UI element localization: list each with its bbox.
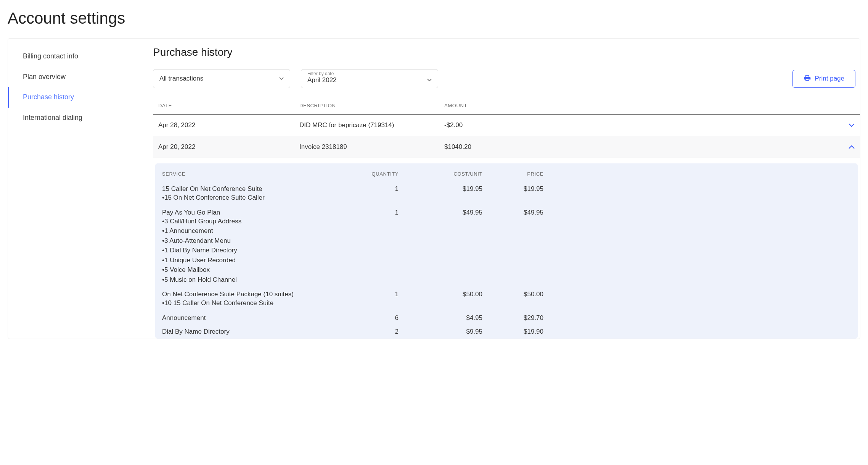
service-sub-list: •10 15 Caller On Net Conference Suite xyxy=(162,298,338,308)
service-sub-item: •5 Music on Hold Channel xyxy=(162,275,338,285)
chevron-down-icon xyxy=(279,77,284,80)
quantity-cell: 6 xyxy=(338,314,399,322)
invoice-detail-panel: SERVICE QUANTITY COST/UNIT PRICE 15 Call… xyxy=(155,163,858,339)
printer-icon xyxy=(804,74,811,84)
invoice-line-item: 15 Caller On Net Conference Suite•15 On … xyxy=(162,182,851,206)
service-sub-item: •1 Announcement xyxy=(162,226,338,236)
col-header-cost-unit: COST/UNIT xyxy=(399,171,482,177)
invoice-line-item: Pay As You Go Plan•3 Call/Hunt Group Add… xyxy=(162,206,851,288)
quantity-cell: 1 xyxy=(338,209,399,216)
tx-description: Invoice 2318189 xyxy=(299,143,444,151)
invoice-line-item: Dial By Name Directory2$9.95$19.90 xyxy=(162,325,851,339)
price-cell: $19.95 xyxy=(482,185,543,193)
col-header-description: DESCRIPTION xyxy=(299,103,444,108)
service-sub-item: •15 On Net Conference Suite Caller xyxy=(162,193,338,203)
invoice-line-item: Announcement6$4.95$29.70 xyxy=(162,311,851,325)
service-name: Dial By Name Directory xyxy=(162,328,338,336)
transactions-header-row: DATE DESCRIPTION AMOUNT xyxy=(153,99,860,115)
filters-row: All transactions Filter by date April 20… xyxy=(153,69,860,88)
service-name: On Net Conference Suite Package (10 suit… xyxy=(162,291,338,298)
page-title: Account settings xyxy=(8,9,860,27)
col-header-service: SERVICE xyxy=(162,171,338,177)
col-header-quantity: QUANTITY xyxy=(338,171,399,177)
invoice-detail-header: SERVICE QUANTITY COST/UNIT PRICE xyxy=(162,171,851,182)
col-header-date: DATE xyxy=(158,103,299,108)
service-cell: On Net Conference Suite Package (10 suit… xyxy=(162,291,338,308)
service-cell: 15 Caller On Net Conference Suite•15 On … xyxy=(162,185,338,203)
settings-panel: Billing contact info Plan overview Purch… xyxy=(8,38,860,339)
expand-toggle[interactable] xyxy=(832,123,855,127)
quantity-cell: 1 xyxy=(338,185,399,193)
sidebar-item-plan-overview[interactable]: Plan overview xyxy=(8,67,153,87)
cost-unit-cell: $4.95 xyxy=(399,314,482,322)
chevron-down-icon xyxy=(849,123,855,127)
main-content: Purchase history All transactions Filter… xyxy=(153,39,860,339)
sidebar-item-purchase-history[interactable]: Purchase history xyxy=(8,87,153,108)
transactions-table: DATE DESCRIPTION AMOUNT Apr 28, 2022 DID… xyxy=(153,99,860,339)
date-filter-value: April 2022 xyxy=(307,76,337,84)
service-sub-item: •5 Voice Mailbox xyxy=(162,265,338,275)
service-sub-list: •3 Call/Hunt Group Address•1 Announcemen… xyxy=(162,216,338,285)
service-name: Announcement xyxy=(162,314,338,322)
cost-unit-cell: $50.00 xyxy=(399,291,482,298)
service-cell: Announcement xyxy=(162,314,338,322)
service-cell: Dial By Name Directory xyxy=(162,328,338,336)
col-header-amount: AMOUNT xyxy=(444,103,832,108)
price-cell: $19.90 xyxy=(482,328,543,336)
transactions-filter-select[interactable]: All transactions xyxy=(153,69,290,88)
transactions-filter-value: All transactions xyxy=(159,75,203,82)
tx-description: DID MRC for bepricaze (719314) xyxy=(299,121,444,129)
service-sub-item: •10 15 Caller On Net Conference Suite xyxy=(162,298,338,308)
quantity-cell: 2 xyxy=(338,328,399,336)
sidebar-item-billing-contact-info[interactable]: Billing contact info xyxy=(8,46,153,67)
service-cell: Pay As You Go Plan•3 Call/Hunt Group Add… xyxy=(162,209,338,285)
quantity-cell: 1 xyxy=(338,291,399,298)
transaction-row[interactable]: Apr 20, 2022 Invoice 2318189 $1040.20 xyxy=(153,136,860,158)
cost-unit-cell: $49.95 xyxy=(399,209,482,216)
invoice-line-item: On Net Conference Suite Package (10 suit… xyxy=(162,287,851,311)
service-name: Pay As You Go Plan xyxy=(162,209,338,216)
service-name: 15 Caller On Net Conference Suite xyxy=(162,185,338,193)
tx-date: Apr 20, 2022 xyxy=(158,143,299,151)
col-header-price: PRICE xyxy=(482,171,543,177)
cost-unit-cell: $9.95 xyxy=(399,328,482,336)
tx-amount: $1040.20 xyxy=(444,143,832,151)
print-page-label: Print page xyxy=(815,75,845,82)
service-sub-item: •3 Auto-Attendant Menu xyxy=(162,236,338,246)
transaction-row[interactable]: Apr 28, 2022 DID MRC for bepricaze (7193… xyxy=(153,115,860,136)
section-title: Purchase history xyxy=(153,46,860,58)
price-cell: $29.70 xyxy=(482,314,543,322)
print-page-button[interactable]: Print page xyxy=(792,70,856,88)
collapse-toggle[interactable] xyxy=(832,145,855,149)
tx-amount: -$2.00 xyxy=(444,121,832,129)
price-cell: $50.00 xyxy=(482,291,543,298)
cost-unit-cell: $19.95 xyxy=(399,185,482,193)
price-cell: $49.95 xyxy=(482,209,543,216)
tx-date: Apr 28, 2022 xyxy=(158,121,299,129)
date-filter-select[interactable]: Filter by date April 2022 xyxy=(301,69,438,88)
service-sub-list: •15 On Net Conference Suite Caller xyxy=(162,193,338,203)
chevron-up-icon xyxy=(849,145,855,149)
service-sub-item: •3 Call/Hunt Group Address xyxy=(162,216,338,226)
chevron-down-icon xyxy=(427,79,432,82)
sidebar: Billing contact info Plan overview Purch… xyxy=(8,39,153,339)
sidebar-item-international-dialing[interactable]: International dialing xyxy=(8,108,153,128)
service-sub-item: •1 Dial By Name Directory xyxy=(162,245,338,255)
date-filter-label: Filter by date xyxy=(307,71,334,76)
service-sub-item: •1 Unique User Recorded xyxy=(162,255,338,265)
